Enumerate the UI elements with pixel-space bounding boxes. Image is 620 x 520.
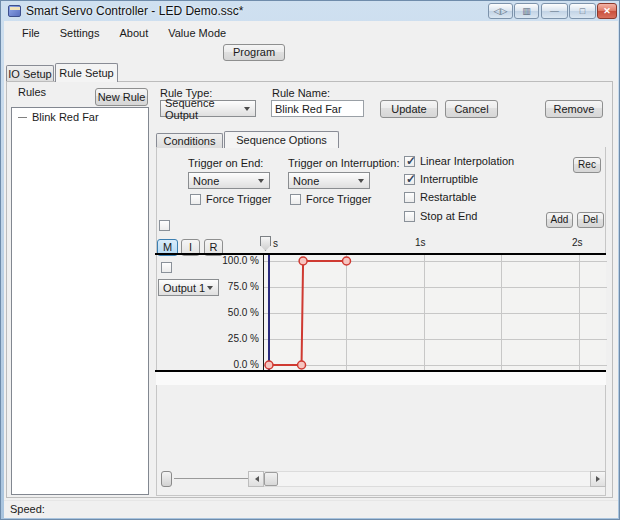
status-bar: Speed: bbox=[4, 500, 618, 517]
output-select[interactable]: Output 1 bbox=[158, 279, 219, 296]
force-trigger-end-label: Force Trigger bbox=[206, 193, 271, 205]
rule-name-field[interactable] bbox=[271, 100, 364, 117]
y-tick-100: 100.0 % bbox=[211, 255, 259, 266]
titlebar[interactable]: Smart Servo Controller - LED Demo.ssc* ◁… bbox=[1, 1, 620, 21]
scroll-left-button[interactable] bbox=[248, 471, 264, 487]
interruptible-checkbox[interactable] bbox=[404, 174, 415, 185]
unlabeled-checkbox[interactable] bbox=[159, 220, 170, 231]
y-tick-50: 50.0 % bbox=[211, 307, 259, 318]
rules-list[interactable]: Blink Red Far bbox=[11, 107, 149, 495]
new-rule-button[interactable]: New Rule bbox=[95, 88, 148, 106]
list-item[interactable]: Blink Red Far bbox=[12, 108, 148, 123]
linear-interpolation-label: Linear Interpolation bbox=[420, 155, 514, 167]
arrow-right-icon bbox=[596, 476, 603, 482]
ruler-tick-2: 2s bbox=[572, 237, 583, 248]
trigger-on-interruption-value: None bbox=[293, 175, 319, 187]
window-title: Smart Servo Controller - LED Demo.ssc* bbox=[26, 4, 243, 18]
menu-settings[interactable]: Settings bbox=[50, 24, 110, 42]
rule-name-label: Rule Name: bbox=[272, 87, 330, 99]
trigger-on-interruption-label: Trigger on Interruption: bbox=[288, 157, 399, 169]
application-window: Smart Servo Controller - LED Demo.ssc* ◁… bbox=[0, 0, 620, 520]
force-trigger-interruption-label: Force Trigger bbox=[306, 193, 371, 205]
ruler-tick-1: 1s bbox=[415, 237, 426, 248]
remove-button[interactable]: Remove bbox=[545, 100, 603, 118]
timeline-scrollbar[interactable] bbox=[248, 471, 606, 487]
restartable-label: Restartable bbox=[420, 191, 476, 203]
force-trigger-end-checkbox[interactable] bbox=[190, 194, 201, 205]
trigger-on-end-label: Trigger on End: bbox=[188, 157, 263, 169]
rule-item-label: Blink Red Far bbox=[32, 111, 99, 123]
trigger-on-end-select[interactable]: None bbox=[188, 172, 270, 189]
app-icon bbox=[8, 5, 21, 17]
minimize-icon: — bbox=[550, 6, 559, 16]
rules-panel-title: Rules bbox=[18, 86, 46, 98]
tab-sequence-options[interactable]: Sequence Options bbox=[224, 131, 339, 148]
menu-bar: File Settings About Value Mode bbox=[4, 22, 618, 43]
rule-type-value: Sequence Output bbox=[165, 97, 244, 121]
interruptible-label: Interruptible bbox=[420, 173, 478, 185]
cancel-button[interactable]: Cancel bbox=[445, 100, 498, 118]
channel-checkbox[interactable] bbox=[161, 262, 172, 273]
force-trigger-interruption-checkbox[interactable] bbox=[290, 194, 301, 205]
restartable-checkbox[interactable] bbox=[404, 192, 415, 203]
tab-conditions[interactable]: Conditions bbox=[156, 133, 223, 148]
y-tick-25: 25.0 % bbox=[211, 333, 259, 344]
status-speed-label: Speed: bbox=[10, 503, 45, 515]
add-button[interactable]: Add bbox=[546, 212, 573, 228]
rule-type-select[interactable]: Sequence Output bbox=[160, 100, 256, 117]
update-button[interactable]: Update bbox=[380, 100, 438, 118]
menu-about[interactable]: About bbox=[109, 24, 158, 42]
trigger-on-end-value: None bbox=[193, 175, 219, 187]
scroll-right-button[interactable] bbox=[590, 471, 606, 487]
y-tick-0: 0.0 % bbox=[211, 359, 259, 370]
trigger-on-interruption-select[interactable]: None bbox=[288, 172, 370, 189]
titlebar-extra-button-2[interactable]: ▥ bbox=[514, 3, 539, 19]
maximize-button[interactable]: □ bbox=[569, 3, 596, 19]
minimize-button[interactable]: — bbox=[541, 3, 568, 19]
chevron-down-icon bbox=[258, 179, 264, 186]
stop-at-end-checkbox[interactable] bbox=[404, 211, 415, 222]
y-tick-75: 75.0 % bbox=[211, 281, 259, 292]
close-button[interactable]: ✕ bbox=[597, 3, 617, 19]
maximize-icon: □ bbox=[580, 6, 585, 16]
output-select-value: Output 1 bbox=[163, 282, 205, 294]
zoom-slider-track[interactable] bbox=[174, 478, 248, 479]
stop-at-end-label: Stop at End bbox=[420, 210, 478, 222]
zoom-slider-thumb[interactable] bbox=[161, 471, 172, 487]
chart-footer-strip bbox=[156, 372, 606, 385]
rec-button[interactable]: Rec bbox=[573, 157, 601, 173]
timeline-scrollbar-thumb[interactable] bbox=[264, 472, 278, 486]
chevron-down-icon bbox=[358, 179, 364, 186]
program-button[interactable]: Program bbox=[223, 44, 285, 61]
grid-icon: ▥ bbox=[522, 6, 531, 16]
tab-io-setup[interactable]: IO Setup bbox=[6, 65, 54, 82]
compare-icon: ◁▷ bbox=[494, 6, 508, 16]
del-button[interactable]: Del bbox=[577, 212, 604, 228]
arrow-left-icon bbox=[252, 476, 259, 482]
ruler-tick-0: s bbox=[273, 238, 278, 249]
sequence-plot-svg bbox=[264, 255, 607, 370]
menu-value-mode[interactable]: Value Mode bbox=[158, 24, 236, 42]
tab-rule-setup[interactable]: Rule Setup bbox=[55, 63, 118, 82]
close-icon: ✕ bbox=[603, 6, 611, 16]
tree-node-glyph bbox=[18, 117, 27, 118]
linear-interpolation-checkbox[interactable] bbox=[404, 156, 415, 167]
menu-file[interactable]: File bbox=[12, 24, 50, 42]
chevron-down-icon bbox=[244, 107, 250, 114]
titlebar-extra-button-1[interactable]: ◁▷ bbox=[488, 3, 513, 19]
sequence-plot[interactable] bbox=[263, 255, 606, 370]
